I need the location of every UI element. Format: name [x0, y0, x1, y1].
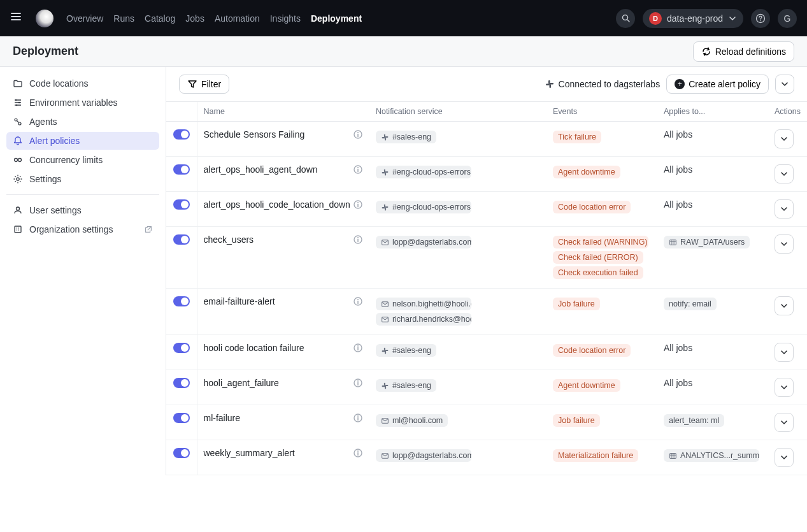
enable-toggle[interactable] — [173, 448, 190, 458]
row-actions-button[interactable] — [775, 413, 794, 432]
sidebar-item-settings[interactable]: Settings — [6, 170, 159, 188]
policy-name: alert_ops_hooli_agent_down — [204, 164, 318, 175]
info-icon[interactable] — [353, 413, 363, 423]
create-alert-policy-button[interactable]: + Create alert policy — [666, 75, 769, 94]
nav-link-deployment[interactable]: Deployment — [311, 13, 362, 24]
alert-policies-table: NameNotification serviceEventsApplies to… — [166, 101, 807, 475]
more-actions-button[interactable] — [775, 75, 794, 94]
chevron-down-icon — [780, 301, 789, 310]
chevron-down-icon — [780, 240, 789, 248]
plus-icon: + — [675, 79, 685, 89]
sidebar-item-label: Organization settings — [29, 224, 113, 234]
event-tag: Check execution failed — [553, 266, 643, 279]
table-row: ml-failureml@hooli.comJob failurealert_t… — [166, 405, 807, 440]
sidebar-item-concurrency-limits[interactable]: Concurrency limits — [6, 151, 159, 169]
column-header: Events — [546, 102, 657, 122]
chevron-down-icon — [728, 14, 737, 23]
sidebar-item-agents[interactable]: Agents — [6, 113, 159, 131]
event-tag: Check failed (WARNING) — [553, 236, 648, 248]
row-actions-button[interactable] — [775, 296, 794, 315]
chevron-down-icon — [780, 134, 789, 143]
sidebar-item-label: Code locations — [29, 78, 89, 89]
page-header: Deployment Reload definitions — [0, 36, 807, 67]
event-tag: Check failed (ERROR) — [553, 251, 643, 264]
policy-name: check_users — [204, 234, 254, 245]
info-icon[interactable] — [353, 378, 363, 388]
folder-icon — [13, 78, 23, 89]
enable-toggle[interactable] — [173, 343, 190, 353]
table-row: check_userslopp@dagsterlabs.comCheck fai… — [166, 227, 807, 289]
row-actions-button[interactable] — [775, 378, 794, 397]
nav-link-overview[interactable]: Overview — [66, 13, 103, 24]
service-tag: richard.hendricks@hooli... — [376, 313, 471, 326]
nav-link-automation[interactable]: Automation — [215, 13, 260, 24]
row-actions-button[interactable] — [775, 129, 794, 148]
nav-link-insights[interactable]: Insights — [270, 13, 301, 24]
row-actions-button[interactable] — [775, 234, 794, 254]
column-header — [166, 102, 197, 122]
event-tag: Agent downtime — [553, 166, 620, 178]
enable-toggle[interactable] — [173, 378, 190, 388]
filter-icon — [187, 79, 197, 89]
row-actions-button[interactable] — [775, 343, 794, 362]
row-actions-button[interactable] — [775, 164, 794, 183]
app-logo[interactable] — [36, 10, 54, 27]
info-icon[interactable] — [353, 164, 363, 175]
policy-name: weekly_summary_alert — [204, 448, 295, 458]
enable-toggle[interactable] — [173, 129, 190, 140]
applies-to-text: All jobs — [664, 199, 692, 210]
enable-toggle[interactable] — [173, 199, 190, 210]
user-icon — [13, 205, 23, 215]
filter-button[interactable]: Filter — [179, 75, 229, 94]
enable-toggle[interactable] — [173, 296, 190, 306]
info-icon[interactable] — [353, 343, 363, 353]
sidebar-item-organization-settings[interactable]: Organization settings — [6, 220, 159, 238]
chevron-down-icon — [780, 80, 789, 89]
slack-icon — [381, 168, 389, 176]
hamburger-menu-icon[interactable] — [10, 11, 25, 26]
chevron-down-icon — [780, 383, 789, 392]
service-tag: lopp@dagsterlabs.com — [376, 236, 471, 248]
sidebar-item-user-settings[interactable]: User settings — [6, 201, 159, 219]
service-tag: #sales-eng — [376, 379, 436, 392]
event-tag: Job failure — [553, 298, 600, 310]
enable-toggle[interactable] — [173, 234, 190, 245]
info-icon[interactable] — [353, 296, 363, 306]
table-row: Schedule Sensors Failing#sales-engTick f… — [166, 122, 807, 157]
info-icon[interactable] — [353, 448, 363, 458]
service-tag: #eng-cloud-ops-errors — [376, 166, 471, 178]
sidebar-item-code-locations[interactable]: Code locations — [6, 75, 159, 92]
search-button[interactable] — [616, 9, 635, 28]
nav-link-runs[interactable]: Runs — [113, 13, 134, 24]
sidebar-item-alert-policies[interactable]: Alert policies — [6, 132, 159, 150]
user-avatar[interactable]: G — [778, 9, 797, 28]
table-row: email-failture-alertnelson.bighetti@hool… — [166, 289, 807, 335]
email-icon — [381, 452, 389, 460]
info-icon[interactable] — [353, 234, 363, 245]
help-button[interactable] — [751, 9, 770, 28]
applies-tag: alert_team: ml — [664, 414, 724, 427]
sliders-icon — [13, 97, 23, 108]
table-row: weekly_summary_alertlopp@dagsterlabs.com… — [166, 440, 807, 475]
nav-link-catalog[interactable]: Catalog — [145, 13, 175, 24]
row-actions-button[interactable] — [775, 448, 794, 467]
asset-icon — [669, 452, 677, 460]
reload-definitions-button[interactable]: Reload definitions — [693, 41, 794, 62]
chevron-down-icon — [780, 453, 789, 462]
enable-toggle[interactable] — [173, 164, 190, 175]
column-header: Actions — [768, 102, 807, 122]
nav-link-jobs[interactable]: Jobs — [185, 13, 204, 24]
table-row: hooli code location failure#sales-engCod… — [166, 335, 807, 370]
org-switcher[interactable]: D data-eng-prod — [643, 9, 743, 28]
row-actions-button[interactable] — [775, 199, 794, 219]
service-tag: #sales-eng — [376, 344, 436, 357]
info-icon[interactable] — [353, 129, 363, 140]
enable-toggle[interactable] — [173, 413, 190, 423]
applies-to-text: All jobs — [664, 129, 692, 140]
sidebar-item-environment-variables[interactable]: Environment variables — [6, 94, 159, 111]
chevron-down-icon — [780, 418, 789, 427]
info-icon[interactable] — [353, 199, 363, 210]
org-icon — [13, 224, 23, 234]
main-content: Filter Connected to dagsterlabs + Create… — [166, 67, 807, 475]
service-tag: #sales-eng — [376, 131, 436, 143]
